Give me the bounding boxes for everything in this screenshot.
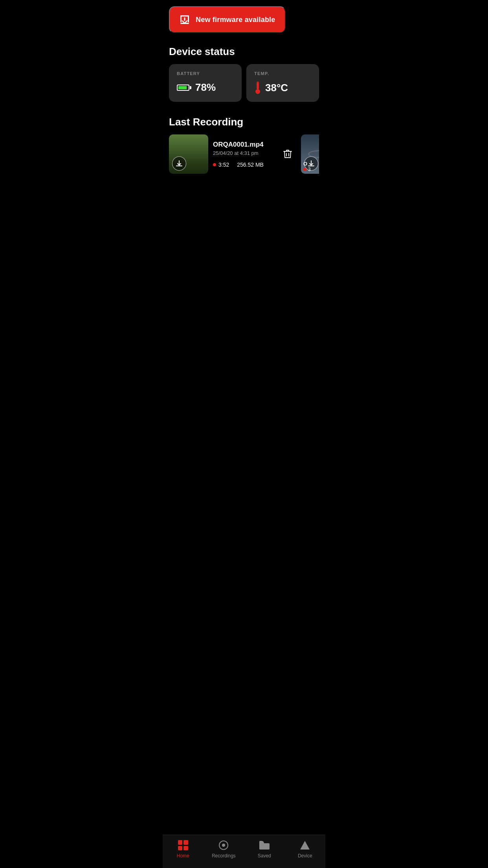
svg-rect-0 (180, 15, 189, 17)
recording-meta-1: 3:52 256.52 MB (213, 162, 276, 168)
thermometer-icon (254, 81, 261, 94)
status-cards: BATTERY 78% TEMP. (169, 64, 319, 102)
partial-dot-2 (303, 168, 306, 171)
svg-rect-7 (257, 82, 259, 90)
delete-button-1[interactable] (281, 147, 295, 161)
partial-name-2: O (303, 161, 319, 167)
battery-card: BATTERY 78% (169, 64, 242, 102)
firmware-banner-text: New firmware available (196, 16, 275, 24)
partial-duration-value-2: 3 (308, 167, 311, 172)
partial-duration-2: 3 (303, 167, 319, 172)
duration-dot-1 (213, 163, 216, 166)
svg-rect-1 (180, 15, 182, 22)
recording-date-1: 25/04/20 at 4:31 pm (213, 150, 276, 156)
last-recording-section: Last Recording ORQA0001.mp4 (169, 116, 319, 177)
svg-rect-4 (184, 17, 185, 21)
recording-thumb-1[interactable] (169, 134, 208, 174)
battery-percentage: 78% (195, 81, 216, 94)
recording-duration-1: 3:52 (213, 162, 229, 168)
trash-icon (283, 149, 292, 159)
recording-card-1: ORQA0001.mp4 25/04/20 at 4:31 pm 3:52 25… (169, 134, 295, 174)
temperature-label: TEMP. (254, 71, 311, 76)
device-status-section: Device status BATTERY 78% TEMP. (169, 46, 319, 102)
recording-name-1: ORQA0001.mp4 (213, 141, 276, 149)
battery-label: BATTERY (177, 71, 234, 76)
temperature-value: 38°C (265, 82, 288, 94)
download-icon (179, 14, 190, 25)
download-icon-1 (176, 160, 183, 167)
battery-value-container: 78% (177, 81, 234, 94)
temperature-card: TEMP. 38°C (246, 64, 319, 102)
duration-value-1: 3:52 (218, 162, 229, 168)
svg-rect-2 (188, 15, 189, 22)
recording-size-1: 256.52 MB (237, 162, 264, 168)
recording-info-1: ORQA0001.mp4 25/04/20 at 4:31 pm 3:52 25… (208, 141, 281, 168)
firmware-banner[interactable]: New firmware available (169, 6, 286, 33)
last-recording-title: Last Recording (169, 116, 319, 128)
download-button-1[interactable] (172, 156, 186, 171)
temperature-value-container: 38°C (254, 81, 311, 94)
partial-meta-2: O 3 (301, 159, 319, 174)
recordings-scroll[interactable]: ORQA0001.mp4 25/04/20 at 4:31 pm 3:52 25… (169, 134, 319, 177)
battery-icon (177, 85, 191, 91)
device-status-title: Device status (169, 46, 319, 58)
recording-card-2[interactable]: O 3 (301, 134, 319, 174)
